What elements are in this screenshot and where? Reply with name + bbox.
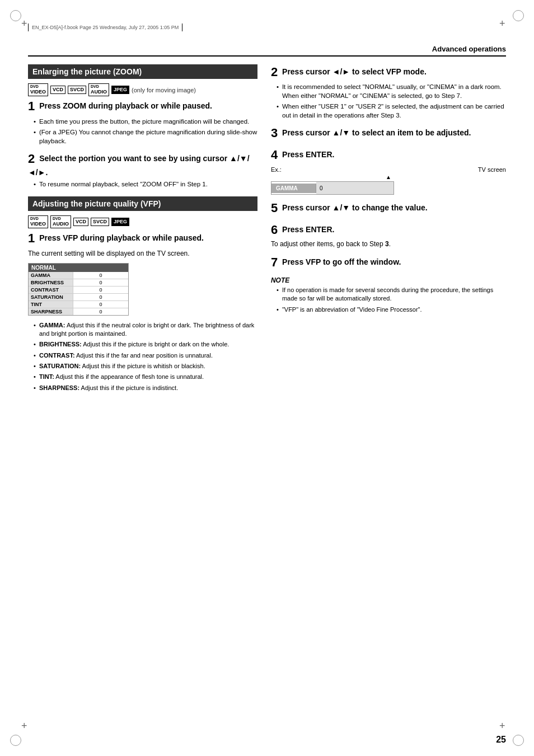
zoom-step1-bullet1: Each time you press the button, the pict… — [34, 117, 257, 126]
right-step7-heading: 7 Press VFP to go off the window. — [271, 255, 506, 271]
desc-gamma: GAMMA: Adjust this if the neutral color … — [34, 321, 257, 339]
zoom-step2-bullet1: To resume normal playback, select "ZOOM … — [34, 180, 257, 189]
corner-mark-tr — [513, 10, 524, 21]
page-number: 25 — [496, 735, 506, 745]
right-step6: 6 Press ENTER. To adjust other items, go… — [271, 222, 506, 249]
vfp-badge-dvd-audio: DVD AUDIO — [50, 215, 71, 228]
corner-mark-br — [513, 735, 524, 746]
zoom-step2-heading: 2 Select the portion you want to see by … — [28, 151, 257, 177]
zoom-step2-bullets: To resume normal playback, select "ZOOM … — [28, 180, 257, 189]
right-step7: 7 Press VFP to go off the window. — [271, 255, 506, 271]
right-step5: 5 Press cursor ▲/▼ to change the value. — [271, 200, 506, 217]
vfp-row-contrast: CONTRAST 0 — [29, 287, 128, 294]
corner-mark-bl — [10, 735, 21, 746]
tv-example-label: Ex.: TV screen — [271, 166, 506, 173]
vfp-section-header: Adjusting the picture quality (VFP) — [28, 196, 257, 211]
tv-arrow: ▲ — [271, 174, 506, 180]
zoom-section-header: Enlarging the picture (ZOOM) — [28, 64, 257, 79]
zoom-step1: 1 Press ZOOM during playback or while pa… — [28, 98, 257, 145]
desc-brightness: BRIGHTNESS: Adjust this if the picture i… — [34, 340, 257, 349]
tv-row-gamma: GAMMA 0 — [271, 182, 394, 194]
zoom-format-badges: DVD VIDEO VCD SVCD DVD AUDIO JPEG (only … — [28, 83, 257, 96]
right-step5-heading: 5 Press cursor ▲/▼ to change the value. — [271, 200, 506, 217]
right-step3-heading: 3 Press cursor ▲/▼ to select an item to … — [271, 125, 506, 142]
crosshair-tr — [502, 22, 510, 31]
right-step2-bullet2: When either "USER 1" or "USER 2" is sele… — [277, 102, 506, 120]
vfp-row-gamma: GAMMA 0 — [29, 272, 128, 279]
vfp-step1-body: The current setting will be displayed on… — [28, 249, 257, 259]
page-header: Advanced operations — [28, 45, 506, 57]
badge-svcd: SVCD — [68, 86, 86, 94]
note-section: NOTE If no operation is made for several… — [271, 276, 506, 314]
right-step4: 4 Press ENTER. Ex.: TV screen ▲ GAMMA — [271, 147, 506, 195]
content-area: Advanced operations Enlarging the pictur… — [28, 45, 506, 728]
file-info: EN_EX-D5[A]-f.book Page 25 Wednesday, Ju… — [28, 24, 182, 31]
note-list: If no operation is made for several seco… — [271, 286, 506, 314]
vfp-badge-vcd: VCD — [73, 218, 88, 226]
right-step2-bullet1: It is recommended to select "NORMAL" usu… — [277, 82, 506, 100]
badge-jpeg: JPEG — [111, 86, 129, 94]
page-header-title: Advanced operations — [432, 45, 506, 53]
corner-mark-tl — [10, 10, 21, 21]
vfp-row-sharpness: SHARPNESS 0 — [29, 308, 128, 315]
two-column-layout: Enlarging the picture (ZOOM) DVD VIDEO V… — [28, 64, 506, 395]
desc-contrast: CONTRAST: Adjust this if the far and nea… — [34, 351, 257, 360]
vfp-screen-header: NORMAL — [29, 264, 128, 272]
vfp-row-saturation: SATURATION 0 — [29, 294, 128, 301]
tv-screen-box: GAMMA 0 — [271, 181, 394, 195]
vfp-screen: NORMAL GAMMA 0 BRIGHTNESS 0 CONTRAST 0 — [28, 263, 129, 316]
vfp-step1-heading: 1 Press VFP during playback or while pau… — [28, 231, 257, 247]
right-step6-heading: 6 Press ENTER. — [271, 222, 506, 238]
vfp-row-tint: TINT 0 — [29, 301, 128, 308]
note-bullet2: "VFP" is an abbreviation of "Video Fine … — [277, 306, 506, 314]
vfp-descriptions: GAMMA: Adjust this if the neutral color … — [28, 321, 257, 393]
zoom-step1-heading: 1 Press ZOOM during playback or while pa… — [28, 98, 257, 115]
badge-dvd-video: DVD VIDEO — [28, 83, 48, 96]
vfp-row-brightness: BRIGHTNESS 0 — [29, 279, 128, 287]
tv-example: Ex.: TV screen ▲ GAMMA 0 — [271, 166, 506, 195]
vfp-badge-svcd: SVCD — [91, 218, 109, 226]
left-column: Enlarging the picture (ZOOM) DVD VIDEO V… — [28, 64, 257, 395]
zoom-step2: 2 Select the portion you want to see by … — [28, 151, 257, 189]
badge-vcd: VCD — [50, 86, 65, 94]
badge-dvd-audio: DVD AUDIO — [88, 83, 109, 96]
zoom-step1-bullets: Each time you press the button, the pict… — [28, 117, 257, 145]
desc-saturation: SATURATION: Adjust this if the picture i… — [34, 362, 257, 370]
right-step2: 2 Press cursor ◄/► to select VFP mode. I… — [271, 64, 506, 120]
right-step2-heading: 2 Press cursor ◄/► to select VFP mode. — [271, 64, 506, 81]
zoom-step1-bullet2: (For a JPEG) You cannot change the pictu… — [34, 128, 257, 145]
vfp-format-badges: DVD VIDEO DVD AUDIO VCD SVCD JPEG — [28, 215, 257, 228]
right-step3: 3 Press cursor ▲/▼ to select an item to … — [271, 125, 506, 142]
right-step2-bullets: It is recommended to select "NORMAL" usu… — [271, 82, 506, 120]
note-title: NOTE — [271, 276, 506, 284]
desc-tint: TINT: Adjust this if the appearance of f… — [34, 373, 257, 381]
right-step6-body: To adjust other items, go back to Step 3… — [271, 240, 506, 249]
right-column: 2 Press cursor ◄/► to select VFP mode. I… — [271, 64, 506, 395]
desc-sharpness: SHARPNESS: Adjust this if the picture is… — [34, 384, 257, 392]
vfp-step1: 1 Press VFP during playback or while pau… — [28, 231, 257, 315]
zoom-only-for: (only for moving image) — [132, 87, 196, 93]
right-step4-heading: 4 Press ENTER. — [271, 147, 506, 163]
vfp-badge-dvd-video: DVD VIDEO — [28, 215, 48, 228]
note-bullet1: If no operation is made for several seco… — [277, 286, 506, 303]
vfp-badge-jpeg: JPEG — [111, 218, 129, 226]
